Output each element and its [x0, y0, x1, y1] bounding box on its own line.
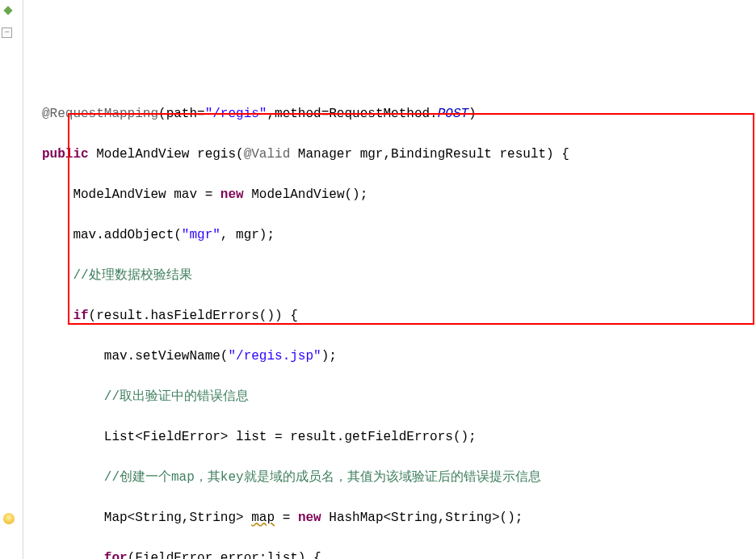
code-line[interactable]: public ModelAndView regis(@Valid Manager… — [42, 145, 756, 165]
text: Manager mgr,BindingResult result) { — [290, 147, 569, 162]
fold-icon[interactable]: − — [2, 27, 12, 38]
string-literal: "/regis" — [205, 107, 267, 121]
code-line[interactable]: @RequestMapping(path="/regis",method=Req… — [42, 104, 756, 124]
annotation: @Valid — [244, 147, 291, 162]
text: , mgr); — [220, 228, 275, 242]
code-area[interactable]: @RequestMapping(path="/regis",method=Req… — [23, 84, 756, 559]
override-icon[interactable] — [3, 6, 12, 15]
code-line[interactable]: List<FieldError> list = result.getFieldE… — [42, 427, 756, 448]
text: ModelAndView mav = — [73, 187, 220, 202]
text: = — [275, 511, 298, 525]
keyword: for — [104, 551, 128, 559]
quick-fix-icon[interactable] — [3, 513, 15, 524]
text: (FieldError error:list) { — [128, 551, 321, 559]
text: ModelAndView(); — [244, 187, 368, 202]
string-literal: "/regis.jsp" — [228, 349, 321, 364]
code-line[interactable]: mav.setViewName("/regis.jsp"); — [42, 347, 756, 367]
code-line[interactable]: ModelAndView mav = new ModelAndView(); — [42, 185, 756, 205]
string-literal: "mgr" — [182, 228, 220, 242]
text: List<FieldError> list = result.getFieldE… — [104, 430, 477, 444]
keyword: public — [42, 147, 89, 162]
keyword: new — [298, 511, 321, 525]
text: HashMap<String,String>(); — [321, 511, 523, 525]
text: ) — [468, 107, 477, 121]
keyword: if — [73, 309, 88, 323]
constant: POST — [438, 107, 468, 121]
text: ModelAndView regis( — [89, 147, 244, 162]
text: (result.hasFieldErrors()) { — [89, 309, 298, 323]
code-line[interactable]: //处理数据校验结果 — [42, 266, 756, 286]
text: ); — [321, 349, 337, 364]
comment: //创建一个map，其key就是域的成员名，其值为该域验证后的错误提示信息 — [104, 470, 541, 485]
comment: //处理数据校验结果 — [73, 268, 191, 283]
code-line[interactable]: for(FieldError error:list) { — [42, 548, 756, 559]
variable-warn: map — [251, 511, 275, 525]
text: Map<String,String> — [104, 511, 251, 525]
annotation: @RequestMapping — [42, 107, 158, 121]
code-line[interactable]: //取出验证中的错误信息 — [42, 387, 756, 407]
code-editor[interactable]: − @RequestMapping(path="/regis",method=R… — [0, 0, 756, 559]
comment: //取出验证中的错误信息 — [104, 389, 249, 404]
editor-gutter: − — [0, 0, 23, 559]
text: ,method=RequestMethod. — [267, 107, 437, 121]
text: (path= — [158, 107, 205, 121]
code-line[interactable]: mav.addObject("mgr", mgr); — [42, 225, 756, 246]
code-line[interactable]: if(result.hasFieldErrors()) { — [42, 306, 756, 326]
text: mav.addObject( — [73, 228, 181, 242]
code-line[interactable]: //创建一个map，其key就是域的成员名，其值为该域验证后的错误提示信息 — [42, 468, 756, 488]
keyword: new — [220, 187, 244, 202]
text: mav.setViewName( — [104, 349, 229, 364]
code-line[interactable]: Map<String,String> map = new HashMap<Str… — [42, 508, 756, 528]
